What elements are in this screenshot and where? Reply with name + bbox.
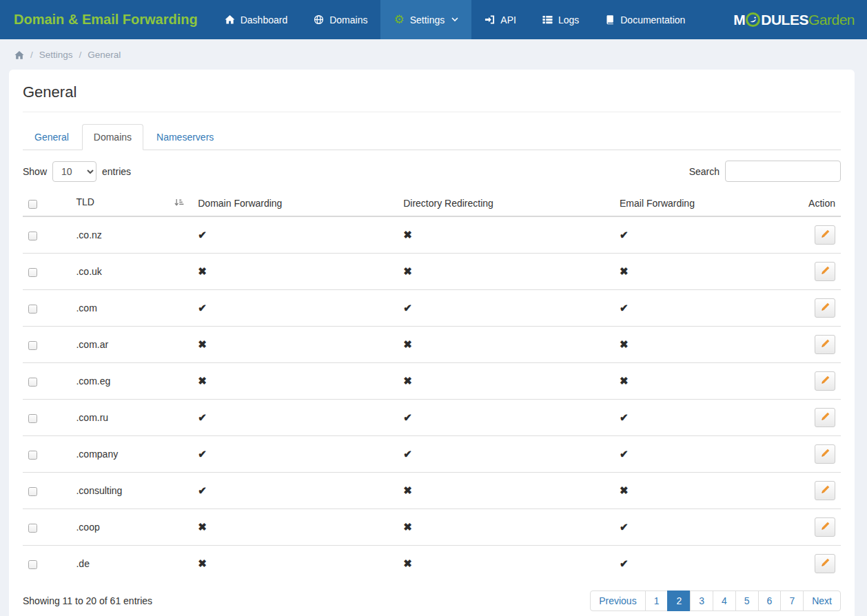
chevron-down-icon bbox=[451, 17, 458, 22]
check-icon: ✔ bbox=[198, 484, 207, 496]
check-icon: ✔ bbox=[620, 557, 629, 569]
row-checkbox[interactable] bbox=[28, 341, 37, 350]
directory-redirecting-status: ✖ bbox=[398, 473, 614, 509]
tab-domains: Domains bbox=[82, 124, 143, 150]
row-checkbox[interactable] bbox=[28, 378, 37, 387]
row-checkbox[interactable] bbox=[28, 524, 37, 533]
cross-icon: ✖ bbox=[198, 265, 207, 277]
pagination-page-5: 5 bbox=[736, 591, 759, 611]
edit-button[interactable] bbox=[815, 335, 835, 354]
showing-entries-text: Showing 11 to 20 of 61 entries bbox=[23, 595, 152, 606]
nav-item-api[interactable]: API bbox=[471, 0, 529, 39]
tld-cell: .coop bbox=[70, 509, 192, 546]
content-card: General GeneralDomainsNameservers Show 1… bbox=[9, 70, 855, 616]
breadcrumb-separator: / bbox=[30, 50, 33, 60]
book-icon bbox=[605, 14, 615, 25]
table-row: .com.eg✖✖✖ bbox=[23, 363, 841, 400]
table-row: .co.nz✔✖✔ bbox=[23, 216, 841, 254]
nav-item-domains[interactable]: Domains bbox=[300, 0, 380, 39]
nav-item-documentation[interactable]: Documentation bbox=[592, 0, 698, 39]
edit-button[interactable] bbox=[815, 517, 835, 537]
email-forwarding-status: ✔ bbox=[614, 509, 803, 546]
nav-item-label: Dashboard bbox=[241, 14, 288, 25]
nav-item-logs[interactable]: Logs bbox=[529, 0, 592, 39]
edit-button[interactable] bbox=[815, 444, 835, 464]
tld-cell: .company bbox=[70, 436, 192, 473]
domain-forwarding-status: ✔ bbox=[192, 216, 398, 254]
pencil-icon bbox=[821, 376, 830, 387]
cross-icon: ✖ bbox=[198, 338, 207, 350]
select-all-checkbox[interactable] bbox=[28, 200, 37, 209]
check-icon: ✔ bbox=[198, 411, 207, 423]
tld-cell: .co.nz bbox=[70, 216, 192, 254]
entries-label: entries bbox=[102, 166, 131, 177]
tld-cell: .com bbox=[70, 290, 192, 327]
edit-button[interactable] bbox=[815, 408, 835, 427]
pencil-icon bbox=[821, 412, 830, 423]
row-checkbox[interactable] bbox=[28, 232, 37, 240]
directory-redirecting-status: ✖ bbox=[398, 363, 614, 400]
row-checkbox[interactable] bbox=[28, 268, 37, 277]
email-forwarding-status: ✔ bbox=[614, 546, 803, 582]
domain-forwarding-status: ✖ bbox=[192, 363, 398, 400]
cross-icon: ✖ bbox=[198, 375, 207, 387]
breadcrumb-separator: / bbox=[79, 50, 82, 60]
page-length-select[interactable]: 10 bbox=[52, 161, 96, 182]
row-checkbox[interactable] bbox=[28, 560, 37, 569]
domain-forwarding-status: ✖ bbox=[192, 327, 398, 363]
breadcrumb-item[interactable]: Settings bbox=[39, 50, 73, 60]
breadcrumb: /Settings/General bbox=[0, 39, 867, 70]
check-icon: ✔ bbox=[198, 229, 207, 240]
directory-redirecting-status: ✔ bbox=[398, 400, 614, 436]
pencil-icon bbox=[821, 485, 830, 496]
tab-link[interactable]: Nameservers bbox=[145, 124, 225, 150]
tab-link[interactable]: General bbox=[23, 124, 81, 150]
directory-redirecting-status: ✖ bbox=[398, 546, 614, 582]
directory-redirecting-status: ✖ bbox=[398, 327, 614, 363]
logo-text-garden: Garden bbox=[808, 12, 855, 28]
pagination-page-1: 1 bbox=[646, 591, 669, 611]
cross-icon: ✖ bbox=[403, 265, 412, 277]
home-icon[interactable] bbox=[14, 50, 24, 60]
column-header-tld[interactable]: TLD bbox=[70, 191, 192, 216]
row-checkbox[interactable] bbox=[28, 305, 37, 314]
check-icon: ✔ bbox=[620, 521, 629, 533]
edit-button[interactable] bbox=[815, 298, 835, 318]
check-icon: ✔ bbox=[403, 448, 412, 460]
domain-forwarding-status: ✔ bbox=[192, 436, 398, 473]
edit-button[interactable] bbox=[815, 225, 835, 245]
pagination-page-3: 3 bbox=[691, 591, 713, 611]
nav-item-settings[interactable]: ⚙Settings bbox=[380, 0, 471, 39]
edit-button[interactable] bbox=[815, 371, 835, 391]
row-checkbox[interactable] bbox=[28, 451, 37, 460]
check-icon: ✔ bbox=[403, 302, 412, 314]
pagination-next: Next bbox=[804, 591, 841, 611]
breadcrumb-item[interactable]: General bbox=[88, 50, 121, 60]
table-row: .com.ar✖✖✖ bbox=[23, 327, 841, 363]
globe-icon bbox=[314, 14, 324, 25]
tld-cell: .com.ar bbox=[70, 327, 192, 363]
tab-nameservers: Nameservers bbox=[145, 124, 225, 150]
domain-forwarding-status: ✔ bbox=[192, 290, 398, 327]
tab-link[interactable]: Domains bbox=[82, 124, 143, 150]
pagination-page-4: 4 bbox=[713, 591, 736, 611]
edit-button[interactable] bbox=[815, 554, 835, 573]
check-icon: ✔ bbox=[620, 448, 629, 460]
cross-icon: ✖ bbox=[403, 557, 412, 569]
row-checkbox[interactable] bbox=[28, 414, 37, 423]
table-row: .com✔✔✔ bbox=[23, 290, 841, 327]
pencil-icon bbox=[821, 449, 830, 460]
home-icon bbox=[225, 14, 235, 25]
tab-general: General bbox=[23, 124, 81, 150]
pencil-icon bbox=[821, 558, 830, 569]
search-input[interactable] bbox=[725, 161, 841, 182]
cross-icon: ✖ bbox=[403, 521, 412, 533]
edit-button[interactable] bbox=[815, 262, 835, 281]
tld-cell: .com.eg bbox=[70, 363, 192, 400]
row-checkbox[interactable] bbox=[28, 487, 37, 496]
tld-cell: .co.uk bbox=[70, 254, 192, 290]
directory-redirecting-status: ✖ bbox=[398, 216, 614, 254]
nav-item-dashboard[interactable]: Dashboard bbox=[212, 0, 301, 39]
edit-button[interactable] bbox=[815, 481, 835, 500]
cross-icon: ✖ bbox=[620, 338, 629, 350]
